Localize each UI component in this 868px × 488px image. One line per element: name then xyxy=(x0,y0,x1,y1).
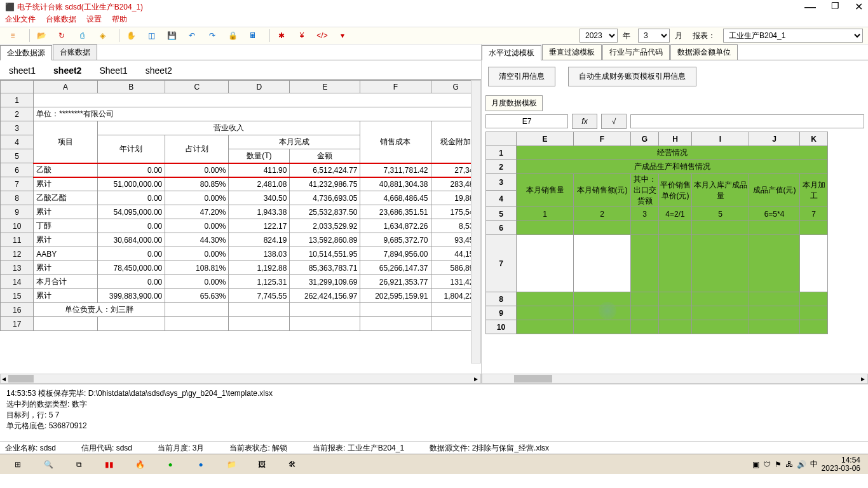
status-month: 当前月度: 3月 xyxy=(158,443,204,452)
template-grid[interactable]: E F G H I J K 1经营情况 2产成品生产和销售情况 3本月销售量本月… xyxy=(485,132,828,334)
filter-icon[interactable]: ▾ xyxy=(335,28,350,43)
lock-icon[interactable]: 🔒 xyxy=(225,28,240,43)
data-grid[interactable]: A B C D E F G 1 2单位：********有限公司 3项目营业收入… xyxy=(0,80,481,331)
image-icon[interactable]: 🖼 xyxy=(247,455,277,474)
taskview-icon[interactable]: ⧉ xyxy=(64,455,94,474)
formula-bar[interactable] xyxy=(630,114,864,128)
package-icon[interactable]: ⎙ xyxy=(74,28,90,43)
search-icon[interactable]: 🔍 xyxy=(33,455,64,474)
rtab-industry[interactable]: 行业与产品代码 xyxy=(602,44,670,60)
code-icon[interactable]: </> xyxy=(315,28,330,43)
start-button[interactable]: ⊞ xyxy=(3,455,33,474)
toolbar: ≡ 📂 ↻ ⎙ ◈ ✋ ◫ 💾 ↶ ↷ 🔒 🖩 ✱ ¥ </> ▾ 2023 年… xyxy=(0,27,868,44)
status-file: 数据源文件: 2排除与保留_经营.xlsx xyxy=(430,443,549,452)
auto-gen-button[interactable]: 自动生成财务账页模板引用信息 xyxy=(568,67,696,86)
list-icon[interactable]: ≡ xyxy=(5,28,20,43)
hand-icon[interactable]: ✋ xyxy=(123,28,139,43)
menu-settings[interactable]: 设置 xyxy=(86,14,102,27)
close-button[interactable]: ✕ xyxy=(855,1,863,14)
taskbar: ⊞ 🔍 ⧉ ▮▮ 🔥 ● ● 📁 🖼 🛠 ▣ 🛡 ⚑ 🖧 🔊 中 14:5420… xyxy=(0,454,868,474)
tab-ledger-data[interactable]: 台账数据 xyxy=(53,44,97,60)
report-select[interactable]: 工业生产B204_1 xyxy=(723,29,863,43)
right-scroll-h[interactable]: ▸ xyxy=(482,374,868,384)
flame-icon[interactable]: 🔥 xyxy=(125,455,155,474)
rtab-vertical[interactable]: 垂直过滤模板 xyxy=(542,44,602,60)
tray-flag-icon[interactable]: ⚑ xyxy=(775,460,782,469)
responsible-person: 单位负责人：刘三胖 xyxy=(34,303,165,317)
layers-icon[interactable]: ◈ xyxy=(95,28,110,43)
month-select[interactable]: 3 xyxy=(638,29,670,43)
crop-icon[interactable]: ◫ xyxy=(144,28,159,43)
tray-net-icon[interactable]: 🖧 xyxy=(785,460,793,469)
status-bar: 企业名称: sdsd 信用代码: sdsd 当前月度: 3月 当前表状态: 解锁… xyxy=(0,441,868,454)
month-label: 月 xyxy=(675,30,682,41)
window-title: 电子统计台账 sdsd(工业生产B204_1) xyxy=(17,2,804,13)
folder-icon[interactable]: 📂 xyxy=(34,28,49,43)
maximize-button[interactable]: ❐ xyxy=(831,1,839,14)
year-select[interactable]: 2023 xyxy=(580,29,618,43)
log-panel: 14:53:53 模板保存完毕: D:\0histdata\data\sdsd\… xyxy=(0,384,868,441)
tray-ime-icon[interactable]: 中 xyxy=(810,459,818,470)
status-state: 当前表状态: 解锁 xyxy=(229,443,287,452)
fx-button[interactable]: fx xyxy=(572,114,597,129)
save-icon[interactable]: 💾 xyxy=(164,28,179,43)
rtab-horizontal[interactable]: 水平过滤模板 xyxy=(482,45,541,60)
clock[interactable]: 14:542023-03-06 xyxy=(822,456,860,473)
rtab-unit[interactable]: 数据源金额单位 xyxy=(670,44,738,60)
report-label: 报表： xyxy=(693,30,715,41)
refresh-icon[interactable]: ↻ xyxy=(54,28,69,43)
tray-vol-icon[interactable]: 🔊 xyxy=(797,460,806,469)
menubar: 企业文件 台账数据 设置 帮助 xyxy=(0,14,868,27)
undo-icon[interactable]: ↶ xyxy=(184,28,200,43)
browser1-icon[interactable]: ● xyxy=(155,455,186,474)
sheet-tab-4[interactable]: sheet2 xyxy=(137,63,181,79)
minimize-button[interactable]: — xyxy=(804,1,816,14)
sheet-tab-3[interactable]: Sheet1 xyxy=(90,63,136,79)
left-scroll-v[interactable] xyxy=(471,80,481,363)
tray-shield-icon[interactable]: 🛡 xyxy=(763,460,771,469)
status-credit: 信用代码: sdsd xyxy=(81,443,132,452)
explorer-icon[interactable]: 📁 xyxy=(216,455,247,474)
menu-data[interactable]: 台账数据 xyxy=(46,14,76,27)
status-company: 企业名称: sdsd xyxy=(5,443,56,452)
titlebar: ⬛ 电子统计台账 sdsd(工业生产B204_1) — ❐ ✕ xyxy=(0,0,868,14)
check-button[interactable]: √ xyxy=(601,114,627,129)
template-header: 月度数据模板 xyxy=(485,95,543,111)
tool-icon[interactable]: 🛠 xyxy=(277,455,308,474)
clear-refs-button[interactable]: 清空引用信息 xyxy=(488,67,555,86)
menu-file[interactable]: 企业文件 xyxy=(5,14,36,27)
app-task-icon[interactable]: ▮▮ xyxy=(94,455,125,474)
calc-icon[interactable]: 🖩 xyxy=(245,28,261,43)
app-icon: ⬛ xyxy=(5,3,15,11)
sheet-tab-2[interactable]: sheet2 xyxy=(44,63,90,79)
currency-icon[interactable]: ¥ xyxy=(294,28,309,43)
tab-enterprise-data[interactable]: 企业数据源 xyxy=(0,45,52,60)
plugin-icon[interactable]: ✱ xyxy=(274,28,289,43)
left-scroll-h[interactable]: ▸◂ xyxy=(0,374,481,384)
menu-help[interactable]: 帮助 xyxy=(112,14,127,27)
cell-name-box[interactable]: E7 xyxy=(485,114,568,128)
status-report: 当前报表: 工业生产B204_1 xyxy=(313,443,404,452)
redo-icon[interactable]: ↷ xyxy=(205,28,220,43)
tray-icon[interactable]: ▣ xyxy=(752,460,759,469)
sheet-tab-1[interactable]: sheet1 xyxy=(0,63,44,79)
year-label: 年 xyxy=(623,30,630,41)
browser2-icon[interactable]: ● xyxy=(186,455,216,474)
company-name: 单位：********有限公司 xyxy=(34,107,481,121)
